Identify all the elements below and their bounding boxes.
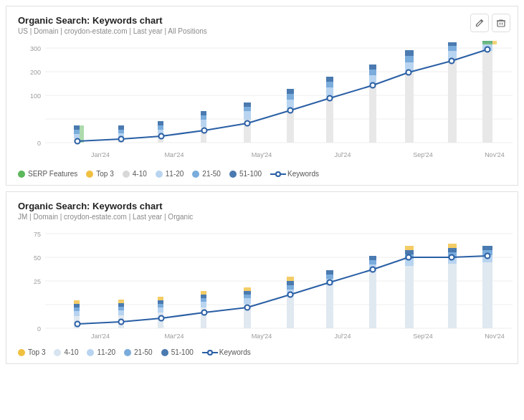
chart1-container: Organic Search: Keywords chart US | Doma…: [6, 6, 518, 186]
svg-rect-37: [287, 109, 294, 143]
svg-rect-107: [201, 298, 206, 302]
svg-point-69: [371, 83, 376, 88]
svg-text:200: 200: [30, 69, 41, 76]
svg-rect-19: [74, 125, 80, 130]
legend2-4-10-icon: [54, 349, 61, 356]
svg-text:Jan'24: Jan'24: [91, 151, 110, 158]
legend-keywords: Keywords: [270, 170, 319, 178]
svg-rect-57: [482, 51, 492, 143]
svg-text:Jul'24: Jul'24: [334, 333, 351, 340]
svg-point-64: [159, 134, 164, 139]
svg-rect-48: [369, 65, 376, 70]
svg-rect-102: [158, 304, 163, 307]
svg-rect-141: [482, 246, 492, 250]
svg-point-70: [406, 70, 411, 75]
svg-point-65: [202, 128, 207, 133]
svg-rect-94: [74, 300, 80, 304]
svg-text:May'24: May'24: [252, 333, 272, 340]
svg-point-147: [288, 292, 293, 297]
legend2-11-20-label: 11-20: [97, 348, 115, 356]
svg-rect-131: [405, 250, 414, 254]
svg-rect-137: [448, 244, 457, 248]
legend2-4-10-label: 4-10: [64, 348, 78, 356]
svg-rect-126: [369, 260, 376, 264]
legend-4-10: 4-10: [123, 170, 147, 178]
svg-text:0: 0: [37, 140, 41, 147]
svg-rect-47: [369, 70, 376, 75]
svg-text:Sep'24: Sep'24: [413, 333, 433, 340]
legend-top3: Top 3: [86, 170, 113, 178]
chart1-delete-button[interactable]: [492, 14, 510, 32]
svg-rect-30: [201, 120, 206, 127]
legend-top3-label: Top 3: [96, 170, 113, 178]
legend-serp-label: SERP Features: [28, 170, 77, 178]
legend2-11-20: 11-20: [87, 348, 115, 356]
legend2-4-10: 4-10: [54, 348, 78, 356]
svg-rect-39: [287, 94, 294, 100]
legend-51-100-label: 51-100: [239, 170, 262, 178]
chart1-svg: 300 200 100 0 Jan'24 Mar'24 May'24 Jul'2…: [18, 41, 516, 163]
svg-point-150: [406, 255, 411, 260]
chart1-edit-button[interactable]: [470, 14, 489, 32]
svg-rect-120: [326, 285, 333, 328]
svg-rect-23: [118, 130, 124, 133]
svg-rect-132: [405, 246, 414, 250]
svg-rect-35: [244, 107, 251, 111]
svg-point-146: [245, 305, 250, 310]
svg-rect-27: [158, 125, 163, 130]
svg-rect-112: [244, 295, 251, 298]
svg-rect-123: [326, 270, 333, 275]
svg-point-143: [119, 320, 124, 325]
legend-serp: SERP Features: [18, 170, 77, 178]
svg-rect-122: [326, 275, 333, 279]
svg-rect-43: [326, 82, 333, 87]
svg-point-145: [202, 310, 207, 315]
svg-text:Sep'24: Sep'24: [413, 151, 433, 158]
svg-rect-0: [497, 21, 505, 27]
chart1-subtitle: US | Domain | croydon-estate.com | Last …: [18, 27, 506, 35]
legend2-21-50: 21-50: [124, 348, 153, 356]
chart2-svg: 75 50 25 0 Jan'24 Mar'24 May'24 Jul'24 S…: [18, 226, 516, 341]
svg-text:Mar'24: Mar'24: [164, 333, 184, 340]
svg-rect-104: [158, 297, 163, 300]
svg-rect-103: [158, 300, 163, 304]
svg-rect-114: [244, 287, 251, 291]
svg-text:Nov'24: Nov'24: [485, 333, 505, 340]
svg-point-74: [276, 172, 280, 176]
legend-keywords-label: Keywords: [287, 170, 319, 178]
svg-text:Mar'24: Mar'24: [164, 151, 184, 158]
svg-text:Jul'24: Jul'24: [334, 151, 351, 158]
legend-serp-icon: [18, 171, 25, 178]
svg-rect-53: [448, 59, 457, 143]
svg-rect-136: [448, 248, 457, 252]
legend-keywords-line-icon: [270, 171, 286, 178]
chart1-legend: SERP Features Top 3 4-10 11-20 21-50 51-…: [18, 170, 506, 178]
svg-text:0: 0: [37, 325, 41, 333]
svg-rect-106: [201, 302, 206, 307]
svg-rect-49: [405, 71, 414, 143]
svg-rect-127: [369, 256, 376, 260]
svg-rect-119: [287, 277, 294, 281]
svg-rect-36: [244, 102, 251, 107]
legend2-top3-label: Top 3: [28, 348, 45, 356]
svg-rect-52: [405, 50, 414, 56]
legend2-51-100: 51-100: [161, 348, 194, 356]
svg-rect-99: [118, 300, 124, 303]
legend-51-100-icon: [229, 171, 237, 178]
svg-point-66: [245, 121, 250, 126]
svg-rect-118: [287, 281, 294, 285]
svg-text:100: 100: [30, 92, 41, 100]
svg-text:75: 75: [34, 231, 41, 238]
svg-point-67: [288, 108, 293, 113]
svg-point-144: [159, 316, 164, 321]
svg-rect-101: [158, 307, 163, 312]
chart2-title: Organic Search: Keywords chart: [18, 201, 506, 211]
svg-rect-60: [482, 41, 492, 44]
legend-4-10-label: 4-10: [133, 170, 147, 178]
svg-rect-41: [326, 97, 333, 143]
svg-rect-44: [326, 77, 333, 82]
legend2-11-20-icon: [87, 349, 94, 356]
svg-text:25: 25: [34, 278, 41, 285]
chart1-title: Organic Search: Keywords chart: [18, 15, 506, 26]
svg-point-151: [449, 255, 454, 260]
